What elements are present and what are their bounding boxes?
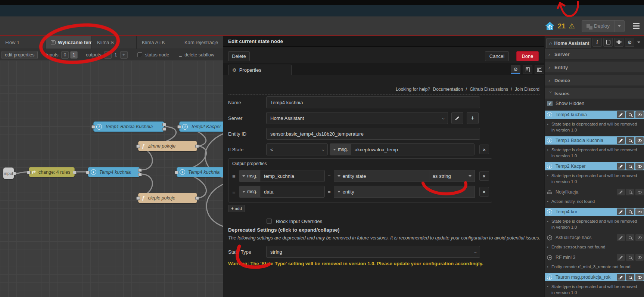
outputs-plus-button[interactable]: +: [120, 51, 128, 59]
edit-node-button[interactable]: [617, 254, 625, 261]
github-discussions-link[interactable]: Github Discussions: [470, 87, 508, 92]
sidebar-section-device[interactable]: › Device: [545, 75, 644, 86]
tab-klima-a-i-k[interactable]: Klima A i K: [137, 36, 179, 49]
flow-node-temp4-kuchnia-2[interactable]: i Temp4 kuchnia: [177, 167, 227, 177]
output-port[interactable]: [12, 172, 16, 175]
docs-button[interactable]: [603, 38, 613, 47]
tab-properties[interactable]: ⚙ Properties: [228, 65, 292, 75]
output-port[interactable]: [73, 171, 77, 174]
output-prop-2-input[interactable]: msg. data: [239, 186, 325, 198]
issue-temp4-kuchnia[interactable]: i Temp4 kuchnia: [545, 111, 644, 119]
appearance-view-button[interactable]: [535, 65, 544, 74]
output-value-2-select[interactable]: entity: [334, 186, 475, 198]
remove-output-prop-2-button[interactable]: ×: [479, 187, 489, 197]
add-server-button[interactable]: +: [467, 112, 479, 124]
find-node-button[interactable]: [626, 189, 634, 195]
input-port[interactable]: [136, 145, 140, 148]
edit-node-button[interactable]: [617, 274, 625, 281]
flow-node-cieple-pokoje[interactable]: ƒ cieple pokoje: [138, 193, 197, 203]
output-port[interactable]: [162, 123, 166, 126]
properties-view-button[interactable]: ⚙: [511, 65, 520, 74]
done-button[interactable]: Done: [516, 51, 539, 61]
entity-id-input[interactable]: sensor.basic_temp4_ds18b20_temperature: [266, 128, 480, 140]
output-port[interactable]: [138, 168, 142, 172]
msg-type-button[interactable]: msg.: [239, 186, 261, 197]
flow-node-subflow-input[interactable]: input: [3, 167, 14, 179]
if-state-operator-select[interactable]: < ›: [266, 143, 328, 155]
delete-button[interactable]: Delete: [228, 51, 250, 61]
edit-node-button[interactable]: [617, 234, 625, 241]
add-output-property-button[interactable]: + add: [228, 205, 245, 212]
documentation-link[interactable]: Documentation: [433, 87, 463, 92]
msg-type-button[interactable]: msg.: [239, 170, 261, 182]
edit-node-button[interactable]: [617, 163, 625, 170]
output-port[interactable]: [162, 127, 166, 131]
inputs-0-button[interactable]: 0: [61, 51, 69, 59]
find-node-button[interactable]: [626, 163, 634, 170]
settings-button[interactable]: ⚙: [625, 38, 634, 47]
output-port[interactable]: [195, 145, 199, 148]
remove-output-prop-1-button[interactable]: ×: [479, 171, 489, 181]
hide-issue-button[interactable]: [635, 111, 644, 118]
msg-type-button[interactable]: msg.: [330, 144, 351, 155]
input-port[interactable]: [175, 171, 178, 174]
issue-notyfikacja[interactable]: Notyfikacja: [545, 188, 644, 196]
sidebar-section-entity[interactable]: › Entity: [545, 62, 644, 73]
find-node-button[interactable]: [626, 254, 634, 261]
inputs-1-button[interactable]: 1: [70, 51, 78, 59]
sidebar-tab-home-assistant[interactable]: ⌂ Home Assistant: [546, 38, 591, 48]
find-node-button[interactable]: [626, 111, 634, 118]
hide-issue-button[interactable]: [635, 163, 644, 170]
hide-issue-button[interactable]: [635, 274, 644, 281]
tab-kam-rejestracje[interactable]: Kam rejestracje: [179, 36, 224, 49]
block-input-overrides-checkbox[interactable]: [267, 219, 272, 224]
status-node-checkbox[interactable]: [137, 52, 142, 57]
remove-if-state-button[interactable]: ×: [479, 145, 489, 154]
if-state-value-input[interactable]: msg. akceptowalna_temp: [330, 143, 475, 155]
input-port[interactable]: [91, 125, 95, 129]
flow-node-change-4-rules[interactable]: ⇄ change: 4 rules: [29, 167, 75, 177]
find-node-button[interactable]: [626, 234, 634, 241]
issue-rf-mini-3[interactable]: RF mini 3: [545, 253, 644, 262]
server-select[interactable]: Home Assistant ›: [266, 112, 448, 124]
edit-node-button[interactable]: [617, 111, 625, 118]
outputs-minus-button[interactable]: −: [104, 51, 112, 59]
find-node-button[interactable]: [626, 137, 634, 144]
state-type-select[interactable]: string ›: [266, 246, 480, 258]
description-view-button[interactable]: [523, 65, 532, 74]
hamburger-menu-icon[interactable]: [633, 23, 640, 24]
input-port[interactable]: [136, 197, 140, 200]
flow-node-temp4-kuchnia[interactable]: i Temp4 kuchnia: [88, 167, 140, 177]
edit-node-button[interactable]: [617, 137, 625, 144]
find-node-button[interactable]: [626, 274, 634, 281]
deploy-options-button[interactable]: [614, 21, 624, 32]
hide-issue-button[interactable]: [635, 189, 644, 195]
edit-node-button[interactable]: [617, 208, 625, 215]
info-button[interactable]: i: [592, 38, 602, 47]
input-port[interactable]: [27, 171, 31, 174]
issue-tauron-produkcja[interactable]: i Tauron msg.produkcja_rok: [545, 273, 644, 281]
output-value-1-select[interactable]: entity state: [334, 170, 429, 182]
hide-issue-button[interactable]: [635, 137, 644, 144]
flow-node-zimne-pokoje[interactable]: ƒ zimne pokoje: [138, 141, 197, 151]
hide-issue-button[interactable]: [635, 254, 644, 261]
drag-handle-icon[interactable]: ≡: [232, 173, 239, 179]
edit-node-button[interactable]: [617, 189, 625, 195]
output-modifier-1-select[interactable]: as string: [429, 170, 475, 182]
tab-wyliczanie-temp[interactable]: Wyliczanie temp: [46, 36, 92, 49]
issue-temp1-babcia-kuchnia[interactable]: i Temp1 Babcia Kuchnia: [545, 136, 644, 145]
issue-temp4-kor[interactable]: i Temp4 kor: [545, 208, 644, 216]
notification-count[interactable]: 21: [558, 22, 566, 30]
drag-handle-icon[interactable]: ≡: [232, 189, 239, 195]
flow-node-temp1-babcia-kuchnia[interactable]: i Temp1 Babcia Kuchnia: [93, 121, 164, 132]
flow-node-temp2-kacper[interactable]: i Temp2 Kacper: [179, 121, 228, 132]
input-port[interactable]: [177, 125, 181, 129]
show-hidden-checkbox[interactable]: ✔: [547, 101, 553, 106]
input-port[interactable]: [86, 171, 90, 174]
debug-button[interactable]: [614, 38, 623, 47]
cancel-button[interactable]: Cancel: [485, 51, 509, 61]
edit-server-button[interactable]: [451, 112, 463, 124]
issue-aktualizacje-hacs[interactable]: Aktualizacje hacs: [545, 233, 644, 242]
delete-subflow-button[interactable]: delete subflow: [184, 52, 214, 58]
output-port[interactable]: [138, 173, 142, 176]
